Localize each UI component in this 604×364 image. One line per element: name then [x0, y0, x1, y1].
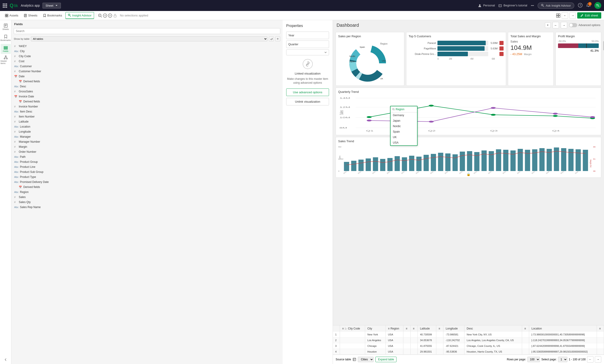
top5-customers-title: Top 5 Customers [409, 35, 503, 38]
show-by-table-select[interactable]: All tables [31, 36, 267, 41]
field-item[interactable]: #Invoice Number [12, 104, 283, 109]
field-item[interactable]: #Customer Number [12, 69, 283, 74]
more-options[interactable]: ••• [531, 4, 534, 7]
field-type-abc: Abc [14, 125, 19, 128]
field-item[interactable]: #Margin [12, 144, 283, 149]
edit-sheet-button[interactable]: Edit sheet [577, 12, 601, 19]
sidebar-bookmarks-icon[interactable]: Bookmarks [1, 33, 11, 43]
field-item[interactable]: AbcManager [12, 134, 283, 139]
field-item[interactable]: #GrossSales [12, 89, 283, 94]
forward-icon[interactable] [108, 13, 112, 18]
tutorial-label[interactable]: Beginner's tutorial [499, 4, 527, 7]
svg-rect-91 [395, 156, 400, 171]
table-scroll-container[interactable]: ≡ 1↕ City Code City ≡ Region [333, 325, 604, 355]
sheet-selector[interactable]: Sheet [43, 3, 61, 9]
region-item-germany[interactable]: Germany [390, 112, 417, 118]
sales-trend-svg: 5M 2.5M 0 Sales 46 41 36 [338, 145, 599, 174]
field-item[interactable]: AbcRegion [12, 190, 283, 194]
assets-tab[interactable]: Assets [3, 12, 21, 19]
field-item[interactable]: AbcProduct Group [12, 159, 283, 164]
region-item-spain[interactable]: Spain [390, 129, 417, 134]
field-item[interactable]: #Cost [12, 59, 283, 64]
field-item[interactable]: #%KEY [12, 44, 283, 49]
refresh-fields-button[interactable] [269, 36, 274, 41]
sheets-tab[interactable]: Sheets [22, 12, 39, 19]
field-item[interactable]: 📅Date [12, 74, 283, 79]
personal-label[interactable]: Personal [478, 4, 495, 7]
grid-view-icon[interactable] [556, 13, 560, 18]
use-advanced-options-button[interactable]: Use advanced options [286, 88, 329, 96]
region-search-input[interactable] [396, 108, 415, 111]
fields-search-input[interactable] [14, 28, 280, 34]
add-field-button[interactable]: + [275, 36, 280, 41]
page-select[interactable]: 1 [558, 357, 567, 362]
field-item[interactable]: AbcCustomer [12, 64, 283, 69]
field-item[interactable]: AbcProduct Line [12, 164, 283, 170]
quarter-selector[interactable]: Quarter [286, 40, 329, 48]
unlink-visualization-button[interactable]: Unlink visualization [286, 98, 329, 105]
field-item[interactable]: 📅Invoice Date [12, 94, 283, 99]
field-item[interactable]: #Manager Number [12, 139, 283, 144]
back-icon[interactable] [103, 13, 107, 18]
field-item[interactable]: #Sales Qty [12, 200, 283, 205]
dashboard-prev-arrow[interactable]: ← [553, 22, 559, 28]
ask-insight-button[interactable]: Ask Insight Advisor [538, 2, 574, 9]
field-item[interactable]: AbcPath [12, 154, 283, 159]
dashboard-next-arrow[interactable]: → [561, 22, 567, 28]
field-item[interactable]: AbcCity [12, 49, 283, 54]
qlik-logo[interactable]: Q lik [10, 2, 18, 9]
smart-search-icon[interactable] [98, 13, 102, 18]
field-item[interactable]: #Sales [12, 194, 283, 200]
insight-advisor-tab[interactable]: Insight Advisor [65, 12, 94, 19]
svg-rect-102 [474, 152, 479, 171]
rows-per-page-select[interactable]: 100 [527, 357, 540, 362]
sidebar-collapse-btn[interactable] [4, 358, 8, 362]
field-item[interactable]: AbcProduct Type [12, 174, 283, 180]
field-item[interactable]: #Item Number [12, 114, 283, 119]
nav-next-arrow[interactable]: → [569, 12, 576, 19]
field-item[interactable]: #Latitude [12, 119, 283, 124]
th-row-num [333, 325, 340, 332]
nav-prev-arrow[interactable]: ← [562, 12, 568, 19]
field-item[interactable]: AbcItem Desc [12, 109, 283, 114]
user-avatar[interactable]: TL [594, 2, 601, 9]
rows-per-page-container: Rows per page: 100 Select page: 1 1 - 10… [507, 356, 601, 363]
fields-search-container [12, 27, 283, 35]
field-item[interactable]: AbcLocation [12, 124, 283, 129]
table-prev-page[interactable]: ← [587, 356, 593, 363]
dimension-selector[interactable] [286, 49, 329, 55]
field-item[interactable]: #City Code [12, 54, 283, 59]
field-item[interactable]: AbcSales Rep Name [12, 205, 283, 210]
field-item[interactable]: #Longitude [12, 129, 283, 134]
field-item[interactable]: AbcPromised Delivery Date [12, 180, 283, 184]
apps-grid-icon[interactable] [3, 3, 7, 8]
sidebar-fields-icon[interactable]: Fields [1, 44, 11, 54]
expand-table-button[interactable]: Expand table [376, 357, 396, 362]
sidebar-master-items-icon[interactable]: Master items [1, 55, 11, 65]
td-location: [-87.6244209999999998,41.875554999999999… [529, 343, 597, 349]
rows-per-page-label: Rows per page: [507, 358, 526, 361]
region-item-nordic[interactable]: Nordic [390, 123, 417, 129]
linked-viz-desc: Make changes to this master item using a… [286, 77, 329, 85]
nav-right-controls: ← → Edit sheet [556, 12, 601, 19]
derived-fields-item[interactable]: 📅Derived fields [12, 99, 283, 104]
th-empty5: ≡ [597, 325, 604, 332]
sidebar-sheets-icon[interactable]: Sheets [1, 22, 11, 32]
field-item[interactable]: AbcDesc [12, 84, 283, 89]
year-selector[interactable]: Year [286, 32, 329, 39]
bookmarks-tab[interactable]: Bookmarks [41, 12, 64, 19]
field-item[interactable]: AbcProduct Sub Group [12, 170, 283, 174]
derived-fields-item[interactable]: 📅Derived fields [12, 184, 283, 190]
help-icon[interactable]: ? [578, 3, 582, 8]
region-item-usa[interactable]: USA [390, 140, 417, 146]
region-item-japan[interactable]: Japan [390, 118, 417, 123]
field-item[interactable]: #Order Number [12, 149, 283, 154]
advanced-options-toggle[interactable]: Advanced options [569, 23, 600, 27]
table-row: 1 New York USA 40.730599 -73.986581 New … [333, 332, 604, 338]
table-next-page[interactable]: → [595, 356, 601, 363]
region-item-uk[interactable]: UK [390, 134, 417, 140]
profit-pct: 41.3% [558, 49, 599, 52]
add-chart-button[interactable]: + [545, 22, 551, 28]
derived-fields-item[interactable]: 📅Derived fields [12, 79, 283, 84]
source-table-select[interactable]: Cities [358, 357, 374, 362]
